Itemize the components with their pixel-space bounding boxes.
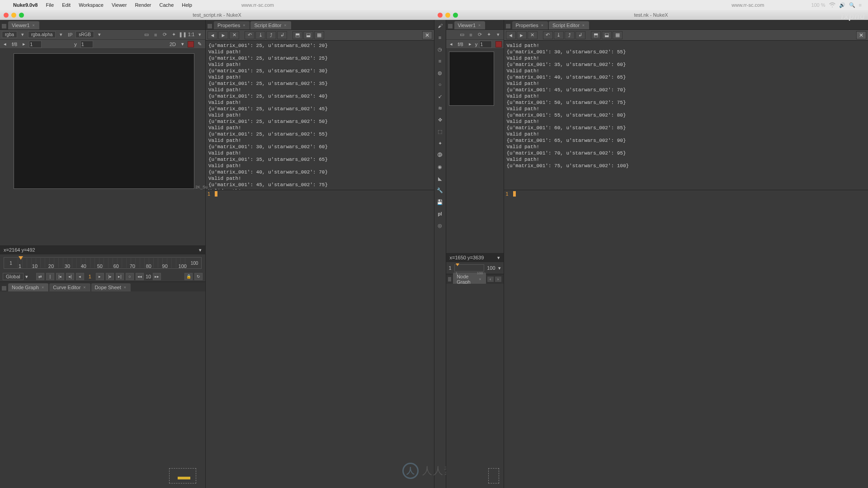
- target-icon[interactable]: ✦: [486, 31, 493, 38]
- tab-properties[interactable]: Properties×: [214, 21, 250, 29]
- tab-scripteditor[interactable]: Script Editor×: [250, 21, 291, 29]
- search-icon[interactable]: 🔍: [847, 2, 857, 8]
- lines-icon[interactable]: ≡: [436, 57, 444, 65]
- nodegraph-canvas[interactable]: [0, 291, 205, 488]
- menu-cache[interactable]: Cache: [155, 2, 178, 8]
- skip-value[interactable]: 10: [146, 274, 151, 279]
- viewer-canvas[interactable]: [446, 49, 504, 253]
- tab-nodegraph[interactable]: Node Graph×: [8, 283, 48, 291]
- next-icon[interactable]: ▸: [21, 41, 27, 47]
- list-icon[interactable]: ≡: [467, 31, 475, 38]
- volume-icon[interactable]: 🔊: [837, 2, 847, 8]
- pane-menu-icon[interactable]: [506, 24, 510, 28]
- close-icon[interactable]: ×: [243, 23, 245, 28]
- layout-icon[interactable]: ▭: [143, 31, 150, 38]
- minimize-window-icon[interactable]: [445, 13, 450, 18]
- menu-file[interactable]: File: [42, 2, 58, 8]
- clock-icon[interactable]: ◷: [436, 45, 444, 53]
- playhead-icon[interactable]: [456, 263, 459, 266]
- zoom-window-icon[interactable]: [453, 13, 458, 18]
- refresh-icon[interactable]: ⟳: [161, 31, 168, 38]
- key-first-icon[interactable]: |: [46, 273, 54, 280]
- loop-icon[interactable]: ↻: [194, 273, 203, 280]
- circle-icon[interactable]: ○: [436, 80, 444, 89]
- pane-menu-icon[interactable]: [448, 277, 452, 282]
- paint-icon[interactable]: 🖌: [436, 22, 444, 30]
- chevron-down-icon[interactable]: ▾: [96, 31, 103, 38]
- cube-icon[interactable]: ⬚: [436, 127, 444, 136]
- next-icon[interactable]: ▸: [467, 41, 473, 47]
- app-name[interactable]: Nuke9.0v8: [9, 2, 42, 8]
- step-back-icon[interactable]: ◂|: [66, 273, 74, 280]
- prev-icon[interactable]: ◂: [448, 41, 454, 47]
- rows-icon[interactable]: ≡: [436, 33, 444, 42]
- record-button[interactable]: [495, 41, 502, 47]
- zoom-window-icon[interactable]: [19, 13, 24, 18]
- step-fwd-icon[interactable]: |▸: [106, 273, 114, 280]
- timeline-track[interactable]: 1102030405060708090100: [18, 258, 188, 268]
- pane-menu-icon[interactable]: [448, 24, 453, 28]
- load-icon[interactable]: ↶: [543, 31, 553, 39]
- pane-menu-icon[interactable]: [2, 286, 6, 291]
- prev-icon[interactable]: ◂: [2, 41, 8, 47]
- close-icon[interactable]: ×: [479, 277, 481, 282]
- play-forward-icon[interactable]: ▸: [96, 273, 104, 280]
- nodegraph-canvas[interactable]: [446, 284, 504, 488]
- menu-icon[interactable]: ≡: [857, 2, 863, 8]
- script-output[interactable]: Valid path! {u'matrix_001': 30, u'starwa…: [504, 41, 868, 190]
- forward-icon[interactable]: ►: [218, 31, 228, 39]
- tab-scripteditor[interactable]: Script Editor×: [549, 21, 589, 29]
- layout-icon[interactable]: ▭: [458, 31, 466, 38]
- timeline-start[interactable]: 1: [449, 265, 452, 271]
- globe-icon[interactable]: ◍: [436, 69, 444, 77]
- timeline-end[interactable]: 100: [188, 261, 201, 266]
- viewer-canvas[interactable]: 2K_Su: [0, 49, 205, 245]
- eye-icon[interactable]: ◉: [436, 163, 444, 171]
- pane-menu-icon[interactable]: [208, 24, 212, 28]
- script-input-area[interactable]: [504, 197, 868, 488]
- goto-start-icon[interactable]: |◂: [56, 273, 64, 280]
- close-panel-icon[interactable]: ✕: [422, 31, 432, 39]
- play-back-icon[interactable]: ◂: [76, 273, 84, 280]
- close-icon[interactable]: ×: [478, 23, 481, 28]
- input-icon[interactable]: ⬓: [602, 31, 612, 39]
- wifi-icon[interactable]: [827, 2, 837, 8]
- mode-2d[interactable]: 2D: [168, 42, 178, 47]
- zoom-value[interactable]: 1:1: [188, 32, 194, 37]
- tag-icon[interactable]: ◣: [436, 174, 444, 183]
- chevron-down-icon[interactable]: ▾: [25, 274, 28, 280]
- wrench-icon[interactable]: 🔧: [436, 186, 444, 194]
- close-icon[interactable]: ×: [42, 285, 44, 290]
- close-icon[interactable]: ×: [582, 23, 585, 28]
- stop-icon[interactable]: ○: [126, 273, 134, 280]
- sparkle-icon[interactable]: ✦: [436, 139, 444, 147]
- chevron-down-icon[interactable]: ▾: [497, 255, 500, 261]
- close-icon[interactable]: ×: [124, 285, 126, 290]
- run-icon[interactable]: ↲: [277, 31, 287, 39]
- nav-left-icon[interactable]: ‹: [487, 276, 494, 282]
- skip-back-icon[interactable]: ◂◂: [136, 273, 144, 280]
- current-frame[interactable]: 1: [86, 274, 94, 279]
- list-icon[interactable]: ≡: [152, 31, 159, 38]
- range-mode[interactable]: Global: [3, 273, 24, 280]
- goto-end-icon[interactable]: ▸|: [116, 273, 124, 280]
- input-icon[interactable]: ⬓: [303, 31, 313, 39]
- alpha-select[interactable]: rgba.alpha: [28, 31, 56, 38]
- tab-properties[interactable]: Properties×: [512, 21, 548, 29]
- pane-menu-icon[interactable]: [2, 24, 6, 28]
- layers-icon[interactable]: ≋: [436, 104, 444, 112]
- close-icon[interactable]: ×: [284, 23, 286, 28]
- script-input[interactable]: 1: [206, 190, 434, 197]
- chevron-down-icon[interactable]: ▾: [498, 265, 501, 271]
- close-window-icon[interactable]: [438, 13, 443, 18]
- clear-icon[interactable]: ✕: [229, 31, 239, 39]
- nav-right-icon[interactable]: ›: [495, 276, 502, 282]
- chevron-down-icon[interactable]: ▾: [19, 31, 26, 38]
- frame-input[interactable]: 1: [479, 41, 492, 48]
- menu-viewer[interactable]: Viewer: [108, 2, 131, 8]
- playhead-icon[interactable]: [19, 256, 23, 260]
- sync-icon[interactable]: ⇄: [36, 273, 44, 280]
- minimize-window-icon[interactable]: [11, 13, 16, 18]
- chevron-down-icon[interactable]: ▾: [199, 247, 202, 253]
- menu-render[interactable]: Render: [131, 2, 155, 8]
